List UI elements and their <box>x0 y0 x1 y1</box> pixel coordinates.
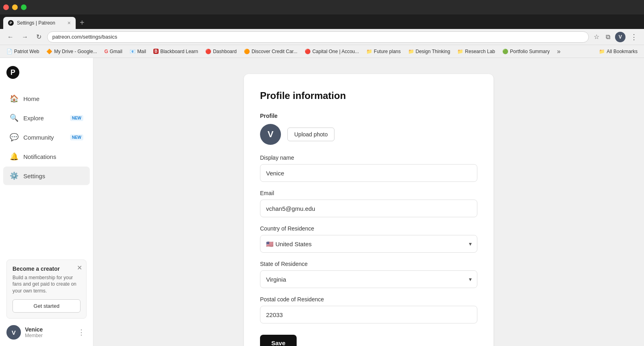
sidebar-item-settings-label: Settings <box>23 173 83 179</box>
explore-icon: 🔍 <box>10 113 19 122</box>
creator-card-description: Build a membership for your fans and get… <box>12 274 80 295</box>
community-new-badge: NEW <box>70 134 83 140</box>
browser-menu-button[interactable]: ⋮ <box>629 31 639 43</box>
upload-photo-button[interactable]: Upload photo <box>287 128 334 141</box>
tabs-bar: P Settings | Patreon ✕ + <box>0 14 644 29</box>
country-group: Country of Residence 🇺🇸 United States ▾ <box>260 225 477 253</box>
title-bar <box>0 0 644 14</box>
bookmark-icon: G <box>104 49 108 54</box>
state-select-wrapper: Virginia ▾ <box>260 270 477 288</box>
email-label: Email <box>260 190 477 196</box>
profile-photo-section: Profile V Upload photo <box>260 113 477 145</box>
back-button[interactable]: ← <box>5 32 16 42</box>
sidebar-item-home[interactable]: 🏠 Home <box>3 89 90 108</box>
tab-favicon: P <box>8 20 14 26</box>
sidebar-item-home-label: Home <box>23 95 83 102</box>
all-bookmarks-button[interactable]: 📁 All Bookmarks <box>596 47 641 56</box>
sidebar-item-notifications-label: Notifications <box>23 153 83 160</box>
active-tab[interactable]: P Settings | Patreon ✕ <box>3 17 76 29</box>
sidebar-item-explore-label: Explore <box>23 115 65 122</box>
minimize-window-button[interactable] <box>12 4 18 10</box>
bookmark-icon: 🔶 <box>46 49 52 54</box>
browser-profile-avatar[interactable]: V <box>615 32 625 42</box>
user-details: Venice Member <box>25 326 72 338</box>
sidebar-item-community[interactable]: 💬 Community NEW <box>3 128 90 146</box>
reload-button[interactable]: ↻ <box>34 31 44 42</box>
address-bar[interactable] <box>47 31 589 43</box>
gear-icon: ⚙️ <box>10 171 19 180</box>
state-group: State of Residence Virginia ▾ <box>260 261 477 288</box>
sidebar-item-community-label: Community <box>23 134 65 141</box>
save-button[interactable]: Save <box>260 335 297 346</box>
postal-group: Postal code of Residence <box>260 296 477 323</box>
sidebar-item-notifications[interactable]: 🔔 Notifications <box>3 147 90 166</box>
more-bookmarks-button[interactable]: » <box>555 46 562 57</box>
sidebar-logo[interactable]: P <box>0 58 93 85</box>
nav-bar: ← → ↻ ☆ ⧉ V ⋮ <box>0 29 644 45</box>
bookmark-gmail[interactable]: G Gmail <box>101 47 126 56</box>
explore-new-badge: NEW <box>70 115 83 121</box>
home-icon: 🏠 <box>10 94 19 103</box>
user-info[interactable]: V Venice Member ⋮ <box>6 325 87 340</box>
extensions-button[interactable]: ⧉ <box>604 32 612 42</box>
bookmark-label: Mail <box>137 49 146 54</box>
bookmark-capital-one[interactable]: 🔴 Capital One | Accou... <box>301 47 362 56</box>
country-label: Country of Residence <box>260 225 477 232</box>
bookmark-star-button[interactable]: ☆ <box>592 31 601 42</box>
user-name: Venice <box>25 326 72 333</box>
bookmark-mail[interactable]: 📧 Mail <box>126 47 149 56</box>
bookmark-future-plans[interactable]: 📁 Future plans <box>363 47 404 56</box>
page-title: Profile information <box>260 90 477 101</box>
bookmark-label: Capital One | Accou... <box>312 49 359 54</box>
get-started-button[interactable]: Get started <box>12 299 80 313</box>
bookmark-label: Patriot Web <box>14 49 39 54</box>
bookmark-discover[interactable]: 🟠 Discover Credit Car... <box>241 47 301 56</box>
state-label: State of Residence <box>260 261 477 267</box>
sidebar-item-explore[interactable]: 🔍 Explore NEW <box>3 109 90 127</box>
forward-button[interactable]: → <box>19 32 31 42</box>
settings-card: Profile information Profile V Upload pho… <box>244 74 493 346</box>
bookmark-icon: 📧 <box>130 49 136 54</box>
sidebar-nav: 🏠 Home 🔍 Explore NEW 💬 Community NEW 🔔 N… <box>0 85 93 253</box>
tab-title: Settings | Patreon <box>17 20 55 26</box>
email-input[interactable] <box>260 200 477 217</box>
tab-close-button[interactable]: ✕ <box>67 21 71 26</box>
bookmark-label: Design Thinking <box>416 49 450 54</box>
bookmark-research-lab[interactable]: 📁 Research Lab <box>454 47 498 56</box>
postal-input[interactable] <box>260 306 477 323</box>
state-select[interactable]: Virginia <box>260 270 477 288</box>
user-menu-button[interactable]: ⋮ <box>76 326 87 338</box>
profile-row: V Upload photo <box>260 124 477 145</box>
bookmark-design-thinking[interactable]: 📁 Design Thinking <box>405 47 454 56</box>
profile-avatar: V <box>260 124 281 145</box>
bookmark-icon: 🟠 <box>244 49 250 54</box>
new-tab-button[interactable]: + <box>76 18 88 27</box>
country-select[interactable]: 🇺🇸 United States <box>260 235 477 253</box>
bookmark-patriot-web[interactable]: 📄 Patriot Web <box>3 47 42 56</box>
sidebar-bottom: ✕ Become a creator Build a membership fo… <box>0 253 93 346</box>
bookmark-label: Future plans <box>374 49 401 54</box>
bookmark-label: Portfolio Summary <box>510 49 550 54</box>
bookmark-blackboard[interactable]: B Blackboard Learn <box>150 47 201 56</box>
bookmark-label: Dashboard <box>213 49 237 54</box>
main-content: Profile information Profile V Upload pho… <box>93 58 644 346</box>
app-layout: P 🏠 Home 🔍 Explore NEW 💬 Community NEW <box>0 58 644 346</box>
become-creator-card: ✕ Become a creator Build a membership fo… <box>6 260 87 319</box>
patreon-logo-icon: P <box>6 66 19 79</box>
bookmark-label: Gmail <box>110 49 122 54</box>
bookmark-portfolio[interactable]: 🟢 Portfolio Summary <box>499 47 553 56</box>
profile-section-label: Profile <box>260 113 477 119</box>
bookmarks-bar: 📄 Patriot Web 🔶 My Drive - Google... G G… <box>0 45 644 58</box>
bookmark-label: Discover Credit Car... <box>252 49 297 54</box>
bookmark-dashboard[interactable]: 🔴 Dashboard <box>202 47 240 56</box>
sidebar-item-settings[interactable]: ⚙️ Settings <box>3 167 90 185</box>
close-window-button[interactable] <box>3 4 9 10</box>
maximize-window-button[interactable] <box>21 4 27 10</box>
creator-card-close-button[interactable]: ✕ <box>77 264 82 272</box>
sidebar: P 🏠 Home 🔍 Explore NEW 💬 Community NEW <box>0 58 93 346</box>
display-name-input[interactable] <box>260 164 477 182</box>
bookmark-icon: B <box>153 49 159 54</box>
bookmark-my-drive[interactable]: 🔶 My Drive - Google... <box>43 47 100 56</box>
display-name-label: Display name <box>260 154 477 161</box>
postal-label: Postal code of Residence <box>260 296 477 303</box>
